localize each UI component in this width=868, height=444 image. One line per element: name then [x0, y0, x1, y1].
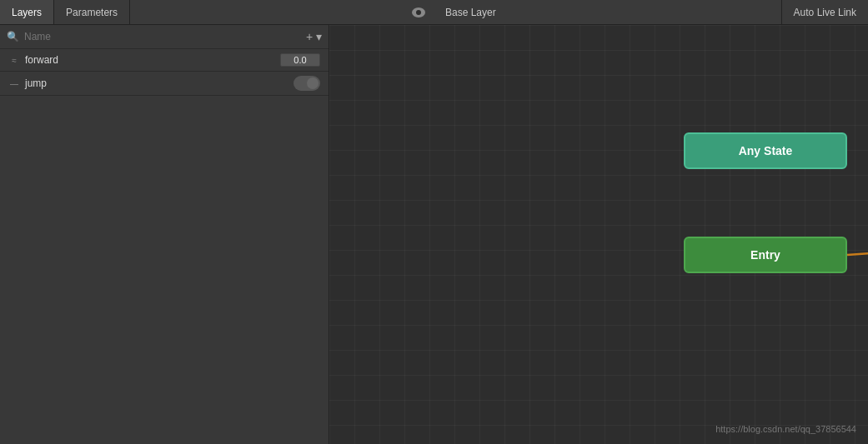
- any-state-label: Any State: [739, 144, 793, 157]
- auto-live-link-button[interactable]: Auto Live Link: [781, 0, 868, 24]
- base-layer-label: Base Layer: [445, 7, 496, 18]
- param-type-float-icon: ≈: [8, 56, 20, 65]
- auto-live-link-label: Auto Live Link: [794, 7, 856, 18]
- layer-name: Base Layer: [434, 7, 508, 18]
- search-input[interactable]: [24, 31, 301, 42]
- entry-label: Entry: [750, 248, 780, 262]
- tab-layers-label: Layers: [12, 7, 42, 18]
- param-name-jump: jump: [25, 77, 288, 89]
- arrows-svg: [329, 25, 868, 444]
- tab-layers[interactable]: Layers: [0, 0, 54, 24]
- tab-group: Layers Parameters: [0, 0, 130, 24]
- param-row-jump[interactable]: — jump: [0, 72, 329, 96]
- search-row: 🔍 + ▾: [0, 25, 329, 49]
- node-entry[interactable]: Entry: [684, 237, 847, 273]
- param-toggle-jump[interactable]: [294, 76, 320, 91]
- add-button-label: + ▾: [306, 30, 322, 43]
- svg-line-5: [847, 248, 868, 255]
- watermark: https://blog.csdn.net/qq_37856544: [715, 424, 856, 434]
- tab-parameters[interactable]: Parameters: [54, 0, 130, 24]
- add-parameter-button[interactable]: + ▾: [306, 30, 322, 43]
- search-icon: 🔍: [7, 31, 19, 42]
- svg-point-1: [416, 10, 421, 15]
- top-bar: Layers Parameters Base Layer Auto Live L…: [0, 0, 868, 25]
- left-panel: 🔍 + ▾ ≈ forward 0.0 — jump: [0, 25, 329, 444]
- param-value-forward[interactable]: 0.0: [280, 53, 320, 67]
- param-row-forward[interactable]: ≈ forward 0.0: [0, 49, 329, 72]
- eye-icon[interactable]: [404, 7, 434, 17]
- tab-parameters-label: Parameters: [66, 7, 118, 18]
- param-type-bool-icon: —: [8, 79, 20, 88]
- node-any-state[interactable]: Any State: [684, 132, 847, 169]
- canvas-area: Any State Entry ground jump https://blog…: [329, 25, 868, 444]
- param-name-forward: forward: [25, 54, 275, 66]
- watermark-text: https://blog.csdn.net/qq_37856544: [715, 424, 856, 434]
- main-content: 🔍 + ▾ ≈ forward 0.0 — jump: [0, 25, 868, 444]
- param-toggle-dot: [307, 77, 319, 89]
